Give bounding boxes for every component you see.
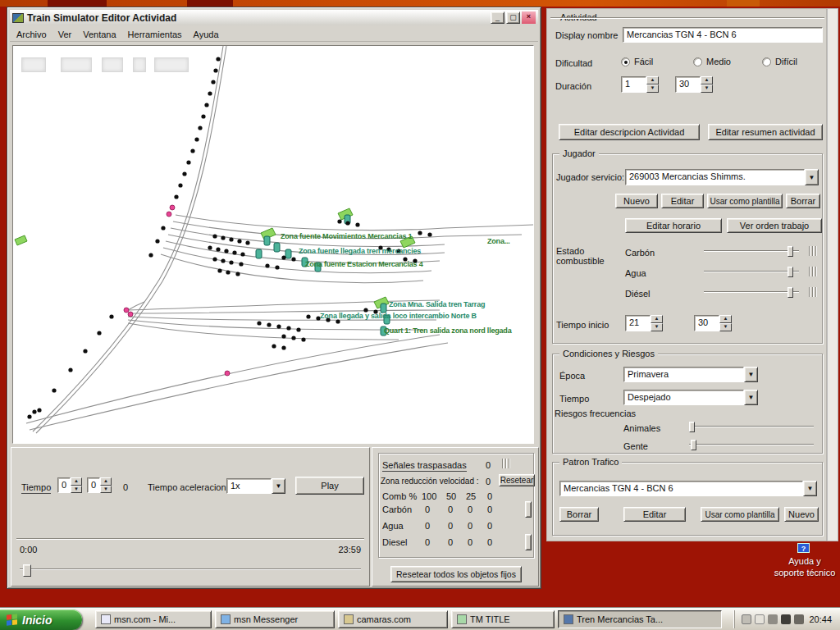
jugador-servicio-combobox[interactable]: 269003 Mercancias Shimms. ▼ xyxy=(625,169,819,185)
jugador-plantilla-button[interactable]: Usar como plantilla xyxy=(707,194,783,208)
jugador-nuevo-button[interactable]: Nuevo xyxy=(615,194,658,208)
ver-orden-trabajo-button[interactable]: Ver orden trabajo xyxy=(727,218,822,233)
fuel-carbon-thumb[interactable] xyxy=(788,246,793,257)
radio-medio[interactable]: Medio xyxy=(693,57,731,66)
play-button[interactable]: Play xyxy=(295,477,364,495)
fuel-diesel-slider[interactable] xyxy=(704,287,799,298)
radio-dificil[interactable]: Difícil xyxy=(762,57,797,66)
accel-combobox[interactable]: 1x ▼ xyxy=(226,478,285,494)
window-titlebar[interactable]: Train Simulator Editor Actividad _ ▢ × xyxy=(10,10,538,25)
duracion-hours-value[interactable]: 1 xyxy=(621,76,646,93)
gente-thumb[interactable] xyxy=(691,440,696,450)
radio-dot[interactable] xyxy=(621,57,630,66)
mini-scroll-thumb[interactable] xyxy=(525,501,532,518)
fuel-diesel-thumb[interactable] xyxy=(788,287,793,298)
minimize-button[interactable]: _ xyxy=(491,11,504,24)
tiempo-clima-value[interactable]: Despejado xyxy=(623,390,744,405)
tiempo-inicio-hours-value[interactable]: 21 xyxy=(625,315,651,331)
tiempo-minutes-spinner[interactable]: 0 ▲▼ xyxy=(87,477,112,493)
tiempo-inicio-hours-arrows[interactable]: ▲▼ xyxy=(651,315,663,331)
tiempo-inicio-minutes-arrows[interactable]: ▲▼ xyxy=(719,315,732,331)
help-desktop-icon[interactable]: ? xyxy=(797,543,810,553)
tray-antivirus-icon[interactable] xyxy=(781,614,791,624)
help-icon-label-line1[interactable]: Ayuda y xyxy=(756,556,840,566)
epoca-dropdown-arrow-icon[interactable]: ▼ xyxy=(744,367,758,382)
duracion-hours-spinner[interactable]: 1 ▲▼ xyxy=(621,76,659,93)
tiempo-clima-combobox[interactable]: Despejado ▼ xyxy=(623,390,758,405)
tray-update-icon[interactable] xyxy=(794,614,804,624)
maximize-button[interactable]: ▢ xyxy=(506,11,520,24)
epoca-value[interactable]: Primavera xyxy=(623,367,744,382)
radio-dot[interactable] xyxy=(762,57,771,66)
patron-borrar-button[interactable]: Borrar xyxy=(559,507,599,522)
patron-nuevo-button[interactable]: Nuevo xyxy=(784,507,819,522)
menu-ver[interactable]: Ver xyxy=(58,30,72,39)
tiempo-hours-arrows[interactable]: ▲▼ xyxy=(71,477,82,493)
resetear-button[interactable]: Resetear xyxy=(499,474,535,486)
duracion-minutes-arrows[interactable]: ▲▼ xyxy=(701,76,713,93)
radio-facil[interactable]: Fácil xyxy=(621,57,653,66)
gente-slider[interactable] xyxy=(689,440,814,450)
map-zone-label[interactable]: Zona llegada y salida loco intercambio N… xyxy=(320,312,477,320)
animales-thumb[interactable] xyxy=(689,422,695,432)
reset-all-button[interactable]: Resetear todos los objetos fijos xyxy=(390,566,522,582)
taskbar-button-4[interactable]: TM TITLE xyxy=(451,610,555,628)
accel-dropdown-arrow-icon[interactable]: ▼ xyxy=(272,478,285,494)
tiempo-clima-dropdown-arrow-icon[interactable]: ▼ xyxy=(744,390,758,405)
editar-descripcion-button[interactable]: Editar descripcion Actividad xyxy=(559,124,700,140)
duracion-hours-arrows[interactable]: ▲▼ xyxy=(646,76,659,93)
display-nombre-field[interactable]: Mercancias TGN 4 - BCN 6 xyxy=(623,27,823,43)
tray-network-icon[interactable] xyxy=(768,614,778,624)
menu-archivo[interactable]: Archivo xyxy=(16,30,47,39)
tiempo-minutes-arrows[interactable]: ▲▼ xyxy=(100,477,112,493)
tiempo-inicio-minutes-value[interactable]: 30 xyxy=(694,315,719,331)
route-map-viewport[interactable]: Zona fuente Movimientos Mercancias 1 Zon… xyxy=(12,45,534,444)
fuel-carbon-slider[interactable] xyxy=(704,246,799,257)
patron-dropdown-arrow-icon[interactable]: ▼ xyxy=(803,481,817,496)
patron-plantilla-button[interactable]: Usar como plantilla xyxy=(701,507,779,522)
map-zone-label[interactable]: Zona fuente Movimientos Mercancias 1 xyxy=(281,232,412,240)
tray-volume-icon[interactable] xyxy=(755,614,765,624)
taskbar-button-2[interactable]: msn Messenger xyxy=(215,610,335,628)
map-zone-label[interactable]: Quart 1: Tren salida zona nord llegada xyxy=(384,326,511,335)
menu-ayuda[interactable]: Ayuda xyxy=(194,30,219,39)
tiempo-hours-spinner[interactable]: 0 ▲▼ xyxy=(57,477,82,493)
start-button[interactable]: Inicio xyxy=(0,609,82,630)
duracion-minutes-value[interactable]: 30 xyxy=(675,76,701,93)
timeline-track[interactable] xyxy=(20,568,361,570)
timeline-thumb[interactable] xyxy=(23,564,31,577)
jugador-editar-button[interactable]: Editar xyxy=(661,194,704,208)
menu-herramientas[interactable]: Herramientas xyxy=(128,30,182,39)
taskbar-button-active[interactable]: Tren Mercancias Ta... xyxy=(558,610,722,628)
editar-horario-button[interactable]: Editar horario xyxy=(625,218,722,233)
epoca-combobox[interactable]: Primavera ▼ xyxy=(623,367,758,382)
animales-slider[interactable] xyxy=(689,422,814,432)
map-zone-label[interactable]: Zona fuente Estacion Mercancias 4 xyxy=(305,260,422,268)
tiempo-inicio-hours-spinner[interactable]: 21 ▲▼ xyxy=(625,315,663,331)
mini-scroll-thumb[interactable] xyxy=(525,534,532,550)
editar-resumen-button[interactable]: Editar resumen actividad xyxy=(708,124,823,140)
map-zone-label[interactable]: Zona... xyxy=(487,237,510,245)
patron-value[interactable]: Mercancias TGN 4 - BCN 6 xyxy=(559,481,803,496)
jugador-servicio-dropdown-arrow-icon[interactable]: ▼ xyxy=(805,169,819,185)
jugador-borrar-button[interactable]: Borrar xyxy=(786,194,820,208)
tiempo-inicio-minutes-spinner[interactable]: 30 ▲▼ xyxy=(694,315,732,331)
close-button[interactable]: × xyxy=(522,11,536,24)
tiempo-hours-value[interactable]: 0 xyxy=(57,477,71,493)
map-zone-label[interactable]: Zona Mna. Salida tren Tarrag xyxy=(389,300,485,308)
taskbar-button-1[interactable]: msn.com - Mi... xyxy=(95,610,212,628)
timeline-slider[interactable] xyxy=(20,564,361,578)
help-icon-label-line2[interactable]: soporte técnico xyxy=(756,568,840,578)
menu-ventana[interactable]: Ventana xyxy=(83,30,116,39)
duracion-minutes-spinner[interactable]: 30 ▲▼ xyxy=(675,76,713,93)
patron-combobox[interactable]: Mercancias TGN 4 - BCN 6 ▼ xyxy=(559,481,817,496)
tray-display-icon[interactable] xyxy=(742,614,751,624)
radio-dot[interactable] xyxy=(693,57,702,66)
accel-value[interactable]: 1x xyxy=(226,478,272,494)
fuel-agua-thumb[interactable] xyxy=(788,267,793,277)
fuel-agua-slider[interactable] xyxy=(704,267,799,277)
jugador-servicio-value[interactable]: 269003 Mercancias Shimms. xyxy=(625,169,805,185)
tiempo-minutes-value[interactable]: 0 xyxy=(87,477,100,493)
patron-editar-button[interactable]: Editar xyxy=(623,507,686,522)
taskbar-button-3[interactable]: camaras.com xyxy=(338,610,448,628)
